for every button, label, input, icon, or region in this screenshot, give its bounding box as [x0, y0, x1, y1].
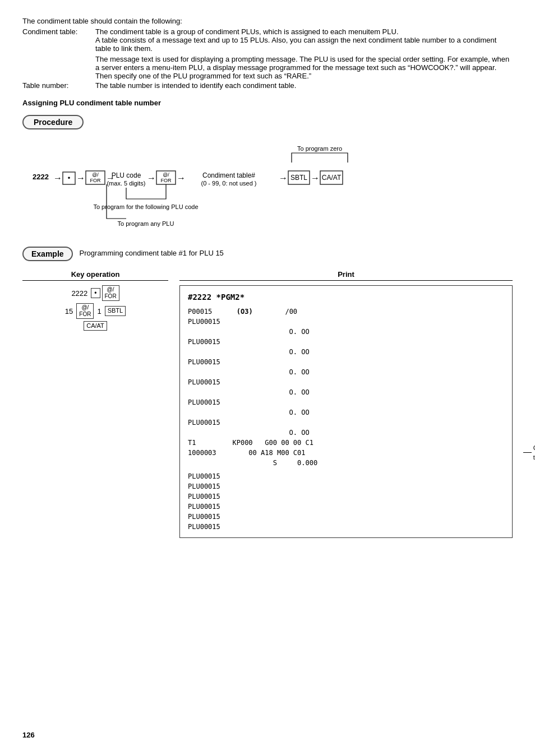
annotation-line-1	[523, 452, 532, 453]
table-number-text: The table number is intended to identify…	[95, 81, 296, 90]
print-column: Print #2222 *PGM2* P00015 (O3) /00 PLU00…	[179, 270, 513, 538]
print-ooo4: O. OO	[188, 387, 504, 397]
flow-svg: To program zero 2222 → • → @/ FOR → PLU …	[22, 143, 505, 230]
svg-text:(0 - 99, 0: not used  ): (0 - 99, 0: not used )	[201, 180, 256, 187]
print-plu4: PLU00015	[188, 377, 504, 387]
intro-line1: The condiment table should contain the f…	[22, 17, 513, 25]
svg-text:FOR: FOR	[90, 178, 101, 183]
procedure-badge: Procedure	[22, 115, 84, 129]
print-plu6: PLU00015	[188, 418, 504, 428]
print-plu2: PLU00015	[188, 337, 504, 347]
condiment-text-3: The message text is used for displaying …	[95, 55, 513, 80]
for-key-2: @/FOR	[76, 303, 94, 319]
svg-text:→: →	[53, 173, 62, 183]
sbtl-key: SBTL	[105, 306, 126, 316]
svg-text:CA/AT: CA/AT	[322, 174, 342, 182]
print-plu10: PLU00015	[188, 502, 504, 512]
condiment-label: Condiment table:	[22, 27, 95, 80]
dot-key: •	[91, 288, 100, 298]
svg-text:→: →	[279, 173, 288, 183]
print-plu9: PLU00015	[188, 491, 504, 502]
condiment-text-1: The condiment table is a group of condim…	[95, 27, 513, 36]
print-pgm2: #2222 *PGM2*	[188, 291, 504, 303]
print-plu1: PLU00015	[188, 317, 504, 327]
key-number-2222: 2222	[71, 289, 87, 298]
print-t1-kp: T1 KP000 G00 00 00 C1	[188, 438, 504, 448]
print-ooo6: O. OO	[188, 428, 504, 438]
print-ooo2: O. OO	[188, 347, 504, 357]
svg-text:•: •	[68, 174, 71, 182]
print-plu11: PLU00015	[188, 512, 504, 522]
print-p00015: P00015 (O3) /00	[188, 307, 504, 317]
svg-text:→: →	[311, 173, 320, 183]
print-plu8: PLU00015	[188, 481, 504, 491]
condiment-text-2: A table consists of a message text and u…	[95, 36, 513, 53]
svg-text:→: →	[147, 173, 156, 183]
condiment-content: The condiment table is a group of condim…	[95, 27, 513, 80]
svg-text:FOR: FOR	[161, 178, 172, 183]
svg-text:To program for the following P: To program for the following PLU code	[93, 203, 198, 210]
page-number: 126	[22, 731, 35, 739]
key-number-15: 15	[65, 307, 73, 316]
key-op-line-2: 15 @/FOR 1 SBTL	[22, 303, 168, 319]
key-op-line-1: 2222 • @/FOR	[22, 285, 168, 301]
svg-text:To program zero: To program zero	[297, 145, 342, 152]
print-plu7: PLU00015	[188, 471, 504, 481]
number-1: 1	[97, 307, 101, 316]
table-number-section: Table number: The table number is intend…	[22, 81, 513, 90]
svg-text:@/: @/	[163, 172, 169, 178]
key-operation-header: Key operation	[22, 270, 168, 281]
example-section: Example Programming condiment table #1 f…	[22, 247, 513, 261]
svg-text:→: →	[177, 173, 186, 183]
print-1000003: 1000003 00 A18 M00 C01 Condimenttable #	[188, 448, 504, 458]
svg-text:PLU code: PLU code	[112, 171, 141, 179]
svg-text:Condiment table#: Condiment table#	[202, 171, 255, 179]
print-ooo3: O. OO	[188, 367, 504, 377]
key-op-line-3: CA/AT	[22, 321, 168, 331]
svg-text:@/: @/	[92, 172, 99, 178]
condiment-table-section: Condiment table: The condiment table is …	[22, 27, 513, 80]
table-number-label: Table number:	[22, 81, 95, 90]
print-ooo1: O. OO	[188, 327, 504, 337]
flow-diagram: To program zero 2222 → • → @/ FOR → PLU …	[22, 143, 513, 230]
svg-text:(max. 5 digits): (max. 5 digits)	[107, 180, 145, 187]
svg-text:To program any PLU: To program any PLU	[118, 220, 174, 227]
for-key-1: @/FOR	[102, 285, 119, 301]
svg-text:2222: 2222	[33, 173, 49, 181]
caat-key: CA/AT	[84, 321, 107, 331]
print-header: Print	[179, 270, 513, 281]
print-s-value: S 0.000	[188, 458, 504, 468]
print-plu12: PLU00015	[188, 522, 504, 532]
svg-text:→: →	[76, 173, 85, 183]
print-ooo5: O. OO	[188, 407, 504, 418]
key-operation-column: Key operation 2222 • @/FOR 15 @/FOR 1 SB…	[22, 270, 168, 538]
svg-text:SBTL: SBTL	[290, 174, 307, 182]
example-description: Programming condiment table #1 for PLU 1…	[80, 247, 224, 257]
example-badge: Example	[22, 247, 73, 261]
print-plu3: PLU00015	[188, 357, 504, 367]
example-columns: Key operation 2222 • @/FOR 15 @/FOR 1 SB…	[22, 270, 513, 538]
print-box: #2222 *PGM2* P00015 (O3) /00 PLU00015 O.…	[179, 285, 513, 538]
print-plu5: PLU00015	[188, 397, 504, 407]
section-title: Assigning PLU condiment table number	[22, 99, 513, 107]
